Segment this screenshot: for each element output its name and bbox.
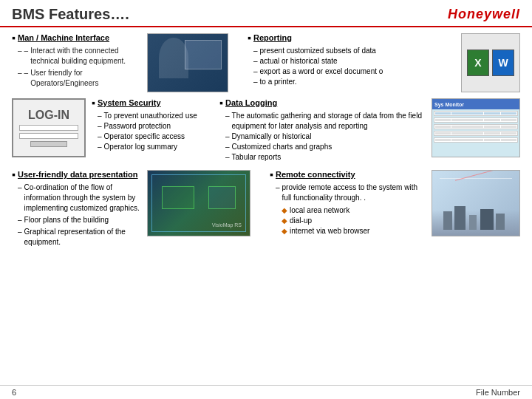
user-friendly-item-3: –Graphical representation of the equipme…: [12, 227, 141, 248]
login-box: LOG-IN: [12, 98, 86, 157]
reporting-item-2: –actual or historical state: [248, 56, 455, 66]
excel-icon: X: [467, 50, 489, 76]
system-security-section: ▪ System Security –To prevent unauthoriz…: [92, 98, 214, 152]
datalogging-title: Data Logging: [225, 98, 277, 107]
datalogging-image: Sys Monitor: [432, 98, 520, 157]
datalogging-bullet: ▪: [219, 97, 223, 109]
security-title: System Security: [98, 98, 161, 107]
security-bullet: ▪: [92, 97, 95, 109]
reporting-section: ▪ Reporting –present customized subsets …: [248, 33, 455, 87]
reporting-image: X W: [461, 33, 520, 92]
security-item-4: –Operator log summary: [92, 142, 214, 152]
man-machine-bullet: ▪: [12, 32, 16, 44]
reporting-bullet: ▪: [248, 32, 251, 44]
footer-page-number: 6: [12, 388, 16, 397]
man-machine-item-1: –Interact with the connected technical b…: [12, 46, 141, 66]
user-friendly-section: ▪ User-friendly data presentation –Co-or…: [12, 170, 141, 248]
row2: LOG-IN ▪ System Security –To prevent una…: [0, 95, 532, 166]
remote-connectivity-image: [432, 170, 520, 236]
reporting-title: Reporting: [253, 33, 292, 42]
security-item-1: –To prevent unauthorized use: [92, 111, 214, 121]
user-friendly-title: User-friendly data presentation: [18, 170, 138, 179]
login-label: LOG-IN: [28, 109, 69, 122]
man-machine-item-2: –User friendly for Operators/Engineers: [12, 68, 141, 89]
datalogging-item-4: –Tabular reports: [219, 152, 426, 163]
row1: ▪ Man / Machine Interface –Interact with…: [0, 27, 532, 95]
footer: 6 File Number: [0, 385, 532, 399]
security-item-2: –Password protection: [92, 121, 214, 132]
man-machine-section: ▪ Man / Machine Interface –Interact with…: [12, 33, 141, 89]
remote-intro: –provide remote access to the system wit…: [270, 183, 426, 203]
footer-filename: File Number: [476, 388, 520, 397]
reporting-item-1: –present customized subsets of data: [248, 46, 455, 56]
row3: ▪ User-friendly data presentation –Co-or…: [0, 166, 532, 252]
datalogging-item-1: –The automatic gathering and storage of …: [219, 111, 426, 132]
remote-item-3: ◆internet via web browser: [270, 226, 426, 236]
user-friendly-image: VisioMap RS: [147, 170, 250, 236]
man-machine-image: [147, 33, 228, 92]
word-icon: W: [492, 50, 514, 76]
remote-item-1: ◆local area network: [270, 205, 426, 216]
remote-title: Remote connectivity: [276, 170, 355, 179]
remote-bullet: ▪: [270, 168, 273, 180]
page-title: BMS Features….: [12, 6, 129, 23]
reporting-item-3: –export as a word or excel document o: [248, 66, 455, 77]
user-friendly-item-2: –Floor plans of the building: [12, 215, 141, 225]
user-friendly-item-1: –Co-ordination of the flow of informatio…: [12, 183, 141, 214]
remote-item-2: ◆dial-up: [270, 216, 426, 226]
security-item-3: –Operator specific access: [92, 132, 214, 142]
data-logging-section: ▪ Data Logging –The automatic gathering …: [219, 98, 426, 163]
honeywell-logo: Honeywell: [448, 7, 520, 22]
datalogging-item-2: –Dynamically or historical: [219, 132, 426, 142]
man-machine-title: Man / Machine Interface: [18, 33, 109, 42]
header: BMS Features…. Honeywell: [0, 0, 532, 27]
user-friendly-bullet: ▪: [12, 168, 16, 180]
remote-connectivity-section: ▪ Remote connectivity –provide remote ac…: [270, 170, 426, 236]
datalogging-item-3: –Customized charts and graphs: [219, 142, 426, 152]
reporting-item-4: –to a printer.: [248, 77, 455, 87]
